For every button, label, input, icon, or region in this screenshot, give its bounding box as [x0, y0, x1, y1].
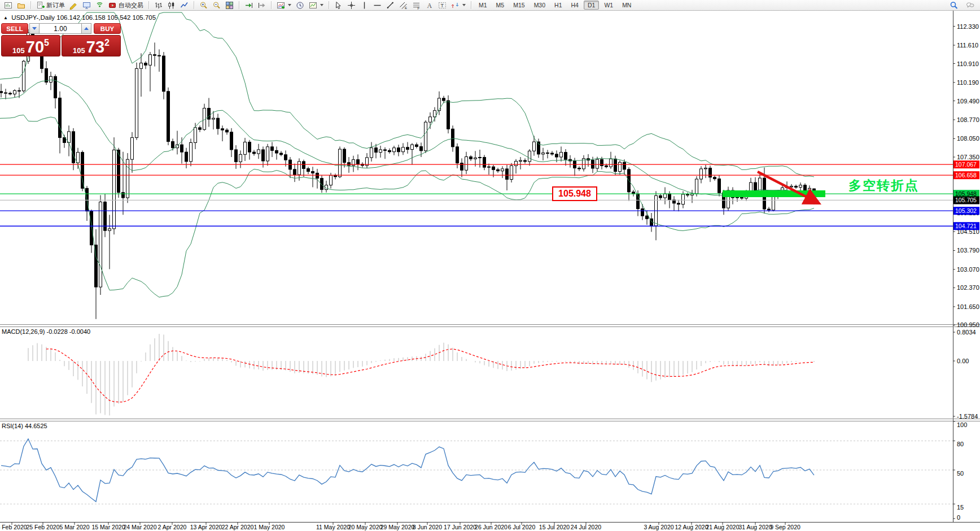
price-tick-label: 103.070 [957, 266, 979, 273]
date-tick-label[interactable]: 15 Mar 2020 [92, 524, 125, 530]
date-tick-label[interactable]: 21 Aug 2020 [706, 524, 740, 530]
date-tick-label[interactable]: 6 Feb 2020 [0, 524, 27, 530]
candle-body [438, 98, 441, 111]
green-band-object[interactable] [723, 190, 825, 197]
terminal-button[interactable] [80, 0, 93, 11]
volume-increase-button[interactable] [81, 23, 91, 34]
candle-body [212, 118, 215, 119]
candle-body [488, 167, 491, 167]
search-button[interactable] [947, 0, 960, 11]
timeframe-m1-button[interactable]: M1 [475, 1, 491, 10]
volume-input[interactable] [40, 23, 81, 34]
channel-button[interactable]: E [397, 0, 410, 11]
line-chart-button[interactable] [178, 0, 191, 11]
date-tick-label[interactable]: 13 Apr 2020 [190, 524, 222, 530]
date-tick-label[interactable]: 20 May 2020 [348, 524, 383, 530]
zoom-out-button[interactable] [210, 0, 223, 11]
bar-chart-icon [154, 1, 163, 10]
candle-body [199, 128, 202, 129]
candlestick-button[interactable] [165, 0, 178, 11]
candle-body [172, 142, 174, 148]
cycle-button[interactable] [294, 0, 307, 11]
sell-button[interactable]: SELL [1, 23, 28, 34]
date-tick-label[interactable]: 8 Jun 2020 [413, 524, 442, 530]
tile-windows-button[interactable] [223, 0, 236, 11]
crosshair-button[interactable] [345, 0, 358, 11]
candle-body [334, 176, 337, 177]
bar-chart-button[interactable] [152, 0, 165, 11]
price-level-callout[interactable]: 105.948 [552, 186, 597, 201]
date-tick-label[interactable]: 26 Jun 2020 [475, 524, 508, 530]
candle-body [768, 209, 771, 210]
community-button[interactable] [964, 0, 977, 11]
buy-price-pip: 2 [104, 38, 110, 47]
candle-body [9, 93, 12, 94]
rsi-indicator-label: RSI(14) 44.6525 [2, 423, 47, 429]
price-tick-label: 110.190 [957, 79, 979, 86]
timeframe-w1-button[interactable]: W1 [600, 1, 617, 10]
price-tag-label: 106.658 [955, 172, 977, 179]
price-tag-label: 105.705 [955, 197, 977, 203]
trendline-button[interactable] [384, 0, 397, 11]
timeframe-h4-button[interactable]: H4 [567, 1, 583, 10]
auto-scroll-button[interactable] [242, 0, 255, 11]
date-tick-label[interactable]: 2 Apr 2020 [158, 524, 187, 530]
dropdown-caret-icon[interactable] [462, 4, 466, 6]
timeframe-h1-button[interactable]: H1 [550, 1, 566, 10]
candle-body [646, 216, 649, 219]
chart-canvas[interactable]: 112.330111.610110.910110.190109.490108.7… [0, 0, 980, 531]
cursor-button[interactable] [332, 0, 345, 11]
label-button[interactable]: T [436, 0, 449, 11]
timeframe-m30-button[interactable]: M30 [530, 1, 549, 10]
date-tick-label[interactable]: 9 Sep 2020 [770, 524, 800, 530]
candle-body [718, 179, 721, 193]
candle-body [375, 148, 378, 153]
timeframe-mn-button[interactable]: MN [618, 1, 635, 10]
buy-button[interactable]: BUY [94, 23, 121, 34]
date-tick-label[interactable]: 1 May 2020 [254, 524, 285, 530]
buy-price-button[interactable]: 105732 [62, 35, 121, 56]
volume-decrease-button[interactable] [29, 23, 40, 34]
candle-body [140, 63, 143, 69]
sell-price-button[interactable]: 105705 [1, 35, 60, 56]
dropdown-caret-icon[interactable] [288, 4, 291, 6]
date-tick-label[interactable]: 12 Aug 2020 [675, 524, 708, 530]
timeframe-d1-button[interactable]: D1 [584, 1, 599, 10]
date-tick-label[interactable]: 3 Aug 2020 [644, 524, 673, 530]
dropdown-caret-icon[interactable] [320, 4, 323, 6]
collapse-panel-icon[interactable]: ▲ [3, 15, 8, 20]
date-tick-label[interactable]: 22 Apr 2020 [222, 524, 254, 530]
text-button[interactable]: A [423, 0, 436, 11]
date-tick-label[interactable]: 24 Jul 2020 [571, 524, 601, 530]
turning-point-annotation[interactable]: 多空转折点 [848, 177, 919, 194]
candle-body [108, 229, 111, 230]
date-tick-label[interactable]: 29 May 2020 [380, 524, 415, 530]
date-tick-label[interactable]: 25 Feb 2020 [27, 524, 60, 530]
zoom-in-button[interactable] [197, 0, 210, 11]
autotrading-button[interactable]: 自动交易 [106, 0, 146, 11]
candlestick-icon [167, 1, 176, 10]
timeframe-m15-button[interactable]: M15 [509, 1, 528, 10]
hline-button[interactable] [371, 0, 384, 11]
date-tick-label[interactable]: 17 Jun 2020 [444, 524, 476, 530]
fibonacci-button[interactable]: F [410, 0, 423, 11]
metaeditor-button[interactable] [67, 0, 80, 11]
profiles-button[interactable] [15, 0, 28, 11]
candle-body [641, 209, 644, 216]
arrows-button[interactable] [449, 0, 468, 11]
timeframe-m5-button[interactable]: M5 [492, 1, 509, 10]
date-tick-label[interactable]: 24 Mar 2020 [124, 524, 157, 530]
vline-button[interactable] [358, 0, 371, 11]
candle-body [235, 150, 238, 162]
indicators-button[interactable] [274, 0, 294, 11]
new-order-button[interactable]: 新订单 [34, 0, 67, 11]
date-tick-label[interactable]: 15 Jul 2020 [539, 524, 570, 530]
new-chart-button[interactable] [2, 0, 15, 11]
templates-button[interactable] [307, 0, 326, 11]
date-tick-label[interactable]: 6 Jul 2020 [508, 524, 536, 530]
signals-button[interactable] [93, 0, 106, 11]
date-tick-label[interactable]: 11 May 2020 [316, 524, 350, 530]
chart-shift-button[interactable] [255, 0, 268, 11]
date-tick-label[interactable]: 31 Aug 2020 [739, 524, 772, 530]
date-tick-label[interactable]: 5 Mar 2020 [59, 524, 89, 530]
